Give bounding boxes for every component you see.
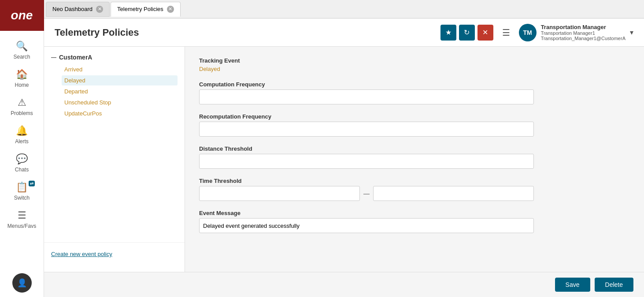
distance-threshold-label: Distance Threshold bbox=[199, 145, 534, 152]
tab-neo-dashboard-label: Neo Dashboard bbox=[52, 6, 93, 12]
sidebar-item-label-problems: Problems bbox=[11, 110, 33, 116]
tab-neo-dashboard-close[interactable]: ✕ bbox=[96, 6, 103, 13]
tree-item-departed[interactable]: Departed bbox=[62, 86, 178, 97]
tracking-event-field: Tracking Event Delayed bbox=[199, 57, 534, 72]
sidebar-item-chats[interactable]: 💬 Chats bbox=[0, 148, 44, 176]
recomputation-frequency-field: Recomputation Frequency bbox=[199, 113, 534, 137]
computation-frequency-label: Computation Frequency bbox=[199, 81, 534, 88]
user-dropdown-button[interactable]: ▾ bbox=[630, 28, 633, 37]
tab-neo-dashboard[interactable]: Neo Dashboard ✕ bbox=[46, 2, 110, 17]
distance-threshold-field: Distance Threshold bbox=[199, 145, 534, 169]
tree-item-unscheduled-stop-label: Unscheduled Stop bbox=[64, 99, 111, 106]
save-button[interactable]: Save bbox=[555, 278, 590, 292]
delete-button[interactable]: Delete bbox=[595, 278, 633, 292]
computation-frequency-input[interactable] bbox=[199, 89, 534, 104]
tree-item-update-cur-pos-label: UpdateCurPos bbox=[64, 110, 102, 117]
tab-telemetry-policies[interactable]: Telemetry Policies ✕ bbox=[111, 2, 181, 17]
recomputation-frequency-input[interactable] bbox=[199, 122, 534, 137]
page-title: Telemetry Policies bbox=[55, 27, 139, 38]
sidebar-item-home[interactable]: 🏠 Home bbox=[0, 63, 44, 92]
tree-section: — CustomerA Arrived Delayed Departed bbox=[44, 54, 185, 119]
event-message-field: Event Message bbox=[199, 210, 534, 233]
star-button[interactable]: ★ bbox=[440, 25, 456, 41]
tree-item-arrived[interactable]: Arrived bbox=[62, 64, 178, 74]
right-panel: Tracking Event Delayed Computation Frequ… bbox=[185, 47, 644, 272]
content-area: Telemetry Policies ★ ↻ ✕ ☰ bbox=[44, 19, 644, 297]
tree-item-delayed[interactable]: Delayed bbox=[62, 75, 178, 85]
tree-item-delayed-label: Delayed bbox=[64, 77, 85, 84]
page-header: Telemetry Policies ★ ↻ ✕ ☰ bbox=[44, 19, 644, 47]
tree-item-update-cur-pos[interactable]: UpdateCurPos bbox=[62, 108, 178, 119]
left-panel: — CustomerA Arrived Delayed Departed bbox=[44, 47, 185, 272]
problems-icon: ⚠ bbox=[18, 97, 26, 108]
hamburger-icon: ☰ bbox=[502, 28, 510, 37]
time-threshold-label: Time Threshold bbox=[199, 178, 534, 184]
sidebar-item-label-home: Home bbox=[15, 82, 29, 88]
time-separator: — bbox=[363, 190, 370, 197]
chevron-down-icon: ▾ bbox=[630, 29, 633, 36]
user-avatar-sidebar[interactable]: 👤 bbox=[12, 273, 32, 293]
close-button[interactable]: ✕ bbox=[477, 25, 493, 41]
sidebar-item-label-chats: Chats bbox=[15, 167, 29, 173]
search-icon: 🔍 bbox=[16, 41, 28, 52]
star-icon: ★ bbox=[445, 28, 452, 37]
user-initials: TM bbox=[523, 29, 532, 36]
tree-item-departed-label: Departed bbox=[64, 88, 88, 95]
app-logo: one bbox=[0, 0, 44, 31]
tree-children: Arrived Delayed Departed Unscheduled Sto… bbox=[51, 64, 178, 119]
tab-bar: Neo Dashboard ✕ Telemetry Policies ✕ bbox=[44, 0, 644, 19]
tree-item-unscheduled-stop[interactable]: Unscheduled Stop bbox=[62, 97, 178, 108]
sidebar-item-menus-favs[interactable]: ☰ Menus/Favs bbox=[0, 204, 44, 233]
switch-icon: 📋 bbox=[16, 182, 28, 193]
tree-root-label: CustomerA bbox=[59, 54, 92, 61]
logo-text: one bbox=[11, 8, 33, 22]
user-email: Transportation_Manager1@CustomerA bbox=[541, 36, 625, 41]
event-message-input[interactable] bbox=[199, 218, 534, 233]
sidebar-nav: 🔍 Search 🏠 Home ⚠ Problems 🔔 Alerts 💬 Ch… bbox=[0, 31, 44, 273]
alerts-icon: 🔔 bbox=[16, 125, 28, 137]
body-split: — CustomerA Arrived Delayed Departed bbox=[44, 47, 644, 272]
sidebar-item-label-switch: Switch bbox=[14, 195, 30, 201]
close-icon: ✕ bbox=[482, 28, 488, 37]
sidebar: one 🔍 Search 🏠 Home ⚠ Problems 🔔 Alerts … bbox=[0, 0, 44, 297]
tree-collapse-icon[interactable]: — bbox=[51, 54, 56, 60]
refresh-button[interactable]: ↻ bbox=[459, 25, 475, 41]
user-avatar: TM bbox=[519, 24, 537, 41]
switch-badge: ⇄ bbox=[29, 181, 35, 186]
form-section: Tracking Event Delayed Computation Frequ… bbox=[199, 57, 534, 233]
user-section: TM Transportation Manager Transportation… bbox=[519, 24, 633, 41]
refresh-icon: ↻ bbox=[464, 28, 470, 37]
sidebar-item-switch[interactable]: 📋 ⇄ Switch bbox=[0, 176, 44, 204]
computation-frequency-field: Computation Frequency bbox=[199, 81, 534, 104]
avatar-icon: 👤 bbox=[17, 278, 27, 288]
user-title: Transportation Manager1 bbox=[541, 30, 625, 36]
menus-favs-icon: ☰ bbox=[18, 210, 26, 221]
user-info: Transportation Manager Transportation Ma… bbox=[541, 24, 625, 41]
hamburger-button[interactable]: ☰ bbox=[499, 26, 514, 40]
sidebar-item-search[interactable]: 🔍 Search bbox=[0, 35, 44, 63]
tracking-event-value: Delayed bbox=[199, 66, 534, 72]
action-bar: Save Delete bbox=[44, 272, 644, 297]
tab-telemetry-policies-label: Telemetry Policies bbox=[117, 6, 163, 12]
time-threshold-to-input[interactable] bbox=[373, 186, 534, 201]
distance-threshold-input[interactable] bbox=[199, 154, 534, 169]
tree-item-arrived-label: Arrived bbox=[64, 66, 82, 73]
sidebar-item-label-menus-favs: Menus/Favs bbox=[7, 223, 36, 229]
sidebar-item-problems[interactable]: ⚠ Problems bbox=[0, 92, 44, 120]
sidebar-item-alerts[interactable]: 🔔 Alerts bbox=[0, 120, 44, 148]
tracking-event-label: Tracking Event bbox=[199, 57, 534, 64]
time-threshold-row: — bbox=[199, 186, 534, 201]
tree-root: — CustomerA bbox=[51, 54, 178, 61]
chats-icon: 💬 bbox=[16, 153, 28, 165]
tab-telemetry-policies-close[interactable]: ✕ bbox=[167, 6, 174, 13]
time-threshold-field: Time Threshold — bbox=[199, 178, 534, 201]
sidebar-item-label-search: Search bbox=[13, 54, 30, 60]
create-new-event-policy-link[interactable]: Create new event policy bbox=[51, 251, 112, 257]
home-icon: 🏠 bbox=[16, 69, 28, 80]
time-threshold-from-input[interactable] bbox=[199, 186, 360, 201]
recomputation-frequency-label: Recomputation Frequency bbox=[199, 113, 534, 120]
header-actions: ★ ↻ ✕ bbox=[440, 25, 493, 41]
main-area: Neo Dashboard ✕ Telemetry Policies ✕ Tel… bbox=[44, 0, 644, 297]
user-name: Transportation Manager bbox=[541, 24, 625, 30]
left-panel-footer: Create new event policy bbox=[44, 242, 185, 265]
